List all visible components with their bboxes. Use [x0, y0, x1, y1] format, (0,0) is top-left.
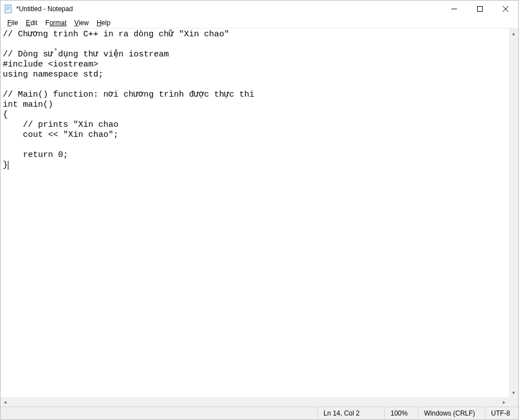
- vertical-scrollbar[interactable]: ▴ ▾: [509, 28, 518, 397]
- status-zoom: 100%: [384, 407, 418, 419]
- scroll-track-v[interactable]: [509, 38, 518, 388]
- text-caret: [8, 161, 8, 170]
- close-button[interactable]: [493, 1, 518, 17]
- scroll-up-button[interactable]: ▴: [509, 28, 518, 38]
- titlebar: *Untitled - Notepad: [1, 1, 518, 17]
- minimize-button[interactable]: [441, 1, 467, 17]
- menubar: File Edit Format View Help: [1, 17, 518, 28]
- scroll-down-button[interactable]: ▾: [509, 388, 518, 397]
- horizontal-scrollbar[interactable]: ◂ ▸: [1, 397, 509, 407]
- notepad-icon: [4, 4, 13, 13]
- window-title: *Untitled - Notepad: [16, 5, 441, 13]
- menu-file[interactable]: File: [4, 18, 21, 28]
- scroll-track-h[interactable]: [10, 397, 499, 407]
- text-editor[interactable]: // Chương trình C++ in ra dòng chữ "Xin …: [1, 28, 518, 407]
- window-controls: [441, 1, 518, 17]
- scroll-corner: [509, 397, 518, 407]
- status-position: Ln 14, Col 2: [317, 407, 384, 419]
- menu-help[interactable]: Help: [93, 18, 114, 28]
- menu-format[interactable]: Format: [42, 18, 70, 28]
- scroll-right-button[interactable]: ▸: [499, 397, 509, 407]
- maximize-button[interactable]: [467, 1, 493, 17]
- svg-rect-6: [478, 7, 483, 12]
- editor-content: // Chương trình C++ in ra dòng chữ "Xin …: [3, 30, 254, 170]
- status-encoding: UTF-8: [485, 407, 518, 419]
- notepad-window: *Untitled - Notepad File Edit Format Vie…: [0, 0, 519, 420]
- editor-area: // Chương trình C++ in ra dòng chữ "Xin …: [1, 28, 518, 407]
- scroll-left-button[interactable]: ◂: [1, 397, 10, 407]
- statusbar: Ln 14, Col 2 100% Windows (CRLF) UTF-8: [1, 407, 518, 419]
- menu-edit[interactable]: Edit: [22, 18, 41, 28]
- status-line-ending: Windows (CRLF): [418, 407, 485, 419]
- menu-view[interactable]: View: [71, 18, 92, 28]
